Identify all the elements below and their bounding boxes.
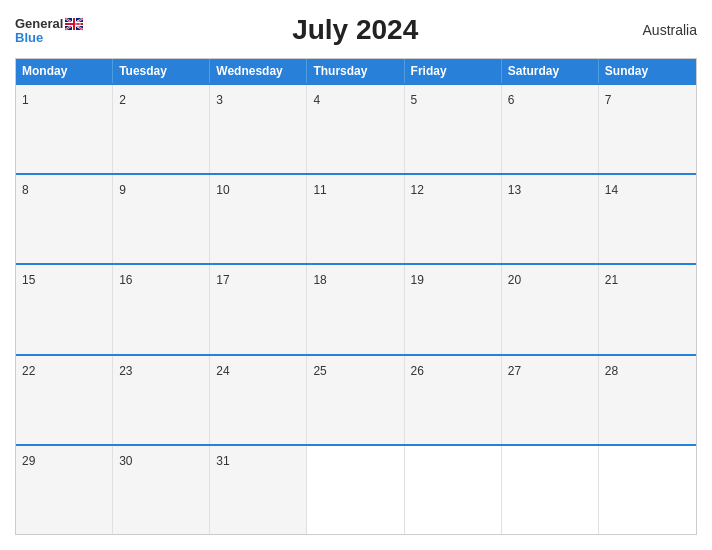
day-cell: 8 [16,175,113,263]
week-row-4: 22 23 24 25 26 27 28 [16,354,696,444]
week-row-5: 29 30 31 [16,444,696,534]
day-cell: 22 [16,356,113,444]
day-cell: 6 [502,85,599,173]
day-cell-empty [307,446,404,534]
header-tuesday: Tuesday [113,59,210,83]
day-cell: 29 [16,446,113,534]
day-cell: 7 [599,85,696,173]
day-cell: 9 [113,175,210,263]
day-cell: 30 [113,446,210,534]
day-cell: 13 [502,175,599,263]
day-cell: 26 [405,356,502,444]
day-headers-row: Monday Tuesday Wednesday Thursday Friday… [16,59,696,83]
day-cell: 17 [210,265,307,353]
day-cell: 23 [113,356,210,444]
header-friday: Friday [405,59,502,83]
svg-point-12 [76,23,78,25]
svg-point-10 [80,23,82,25]
calendar-grid: Monday Tuesday Wednesday Thursday Friday… [15,58,697,535]
header-thursday: Thursday [307,59,404,83]
svg-point-11 [78,20,80,22]
day-cell: 12 [405,175,502,263]
day-cell: 31 [210,446,307,534]
country-label: Australia [627,22,697,38]
day-cell: 21 [599,265,696,353]
header-monday: Monday [16,59,113,83]
logo-general-text: General [15,17,63,30]
day-cell-empty [502,446,599,534]
logo-blue-text: Blue [15,31,43,44]
day-cell: 14 [599,175,696,263]
day-cell: 25 [307,356,404,444]
day-cell: 15 [16,265,113,353]
day-cell: 2 [113,85,210,173]
day-cell: 4 [307,85,404,173]
day-cell: 24 [210,356,307,444]
day-cell: 1 [16,85,113,173]
day-cell: 10 [210,175,307,263]
day-cell-empty [599,446,696,534]
day-cell: 11 [307,175,404,263]
day-cell: 18 [307,265,404,353]
header-sunday: Sunday [599,59,696,83]
week-row-1: 1 2 3 4 5 6 7 [16,83,696,173]
day-cell: 28 [599,356,696,444]
calendar-title: July 2024 [83,14,627,46]
day-cell: 27 [502,356,599,444]
svg-point-13 [78,23,79,24]
header-saturday: Saturday [502,59,599,83]
day-cell-empty [405,446,502,534]
logo-flag-icon [65,17,83,31]
weeks-container: 1 2 3 4 5 6 7 8 9 10 11 12 13 14 15 [16,83,696,534]
svg-point-9 [78,26,80,28]
logo: General [15,17,83,44]
header-wednesday: Wednesday [210,59,307,83]
week-row-2: 8 9 10 11 12 13 14 [16,173,696,263]
day-cell: 16 [113,265,210,353]
day-cell: 5 [405,85,502,173]
calendar-container: General [0,0,712,550]
calendar-header: General [15,10,697,50]
day-cell: 20 [502,265,599,353]
day-cell: 19 [405,265,502,353]
week-row-3: 15 16 17 18 19 20 21 [16,263,696,353]
day-cell: 3 [210,85,307,173]
